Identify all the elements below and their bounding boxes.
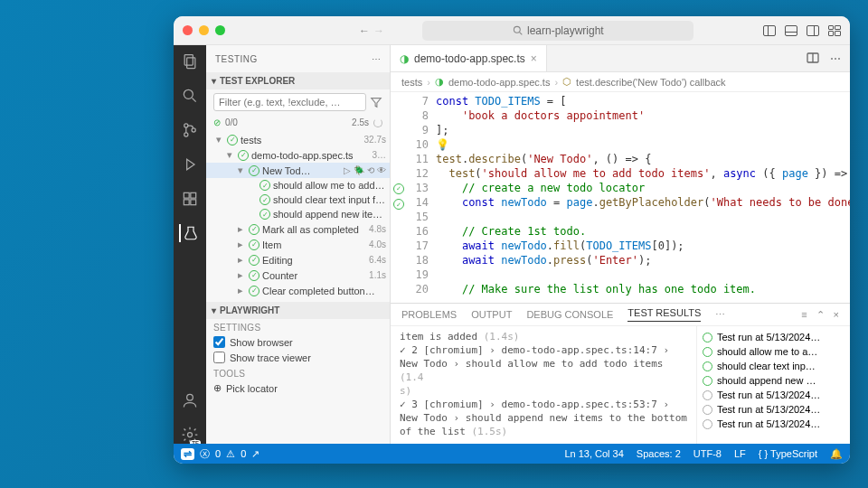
svg-point-15 [188, 433, 193, 437]
svg-point-4 [184, 89, 193, 99]
test-results-output[interactable]: item is added (1.4s) ✓ 2 [chromium] › de… [391, 326, 696, 444]
show-browser-checkbox[interactable]: Show browser [206, 334, 390, 350]
test-tree-item[interactable]: ▸Counter1.1s [206, 267, 390, 283]
notifications-icon[interactable]: 🔔 [830, 448, 843, 460]
svg-line-5 [193, 99, 196, 102]
run-icon: ▷ [344, 165, 351, 175]
filter-icon[interactable] [370, 96, 382, 108]
search-icon [513, 25, 523, 35]
test-tree-item[interactable]: should append new ite… [206, 207, 390, 221]
extensions-icon[interactable] [181, 190, 199, 208]
indentation[interactable]: Spaces: 2 [637, 448, 681, 459]
svg-point-14 [187, 394, 193, 400]
tab-demo-todo[interactable]: ◑ demo-todo-app.spec.ts × [391, 45, 547, 71]
test-run-item[interactable]: Test run at 5/13/2024… [697, 402, 850, 417]
close-window[interactable] [183, 25, 193, 35]
test-time: 2.5s [352, 117, 369, 127]
search-activity-icon[interactable] [181, 87, 199, 105]
svg-rect-12 [191, 200, 196, 205]
account-icon[interactable] [181, 391, 199, 409]
tools-label: TOOLS [206, 365, 390, 380]
tab-label: demo-todo-app.spec.ts [414, 52, 525, 65]
refresh-icon: ⟲ [367, 165, 374, 175]
playwright-header[interactable]: ▾PLAYWRIGHT [206, 302, 390, 319]
minimize-window[interactable] [199, 25, 209, 35]
test-tree-item[interactable]: should clear text input f… [206, 192, 390, 207]
code-editor[interactable]: 7891011121314151617181920 const TODO_ITE… [391, 92, 850, 303]
tab-test-results[interactable]: TEST RESULTS [627, 307, 701, 322]
test-tree-item[interactable]: ▾demo-todo-app.spec.ts3… [206, 147, 390, 163]
test-tree: ▾tests32.7s▾demo-todo-app.spec.ts3…▾New … [206, 130, 390, 300]
test-tree-item[interactable]: should allow me to add to… [206, 178, 390, 192]
svg-rect-13 [191, 192, 196, 198]
error-icon[interactable]: ⓧ [200, 447, 210, 461]
settings-gear-icon[interactable]: TE [181, 426, 199, 444]
debug-test-icon: 🪲 [354, 165, 364, 175]
breadcrumb[interactable]: tests› ◑demo-todo-app.spec.ts› ⬡test.des… [391, 72, 850, 92]
test-run-item[interactable]: should append new … [697, 373, 850, 388]
nav-back-icon[interactable]: ← [359, 24, 370, 37]
svg-point-0 [514, 26, 520, 33]
toggle-secondary-icon[interactable] [807, 25, 819, 36]
search-text: learn-playwright [527, 24, 604, 37]
command-center[interactable]: learn-playwright [422, 21, 693, 41]
split-editor-icon[interactable] [807, 52, 819, 65]
testing-sidebar: TESTING ⋯ ▾TEST EXPLORER ⊘0/0 2.5s ▾test… [206, 45, 391, 444]
scm-icon[interactable] [181, 121, 199, 139]
encoding[interactable]: UTF-8 [693, 448, 722, 459]
zoom-window[interactable] [215, 25, 225, 35]
sidebar-title: TESTING [215, 54, 258, 64]
pick-locator[interactable]: ⊕Pick locator [206, 380, 390, 396]
testing-icon[interactable] [179, 224, 199, 242]
test-tree-item[interactable]: ▸Clear completed button… [206, 283, 390, 298]
svg-line-1 [520, 33, 523, 35]
list-icon[interactable]: ≡ [801, 309, 807, 321]
more-icon[interactable]: ⋯ [372, 54, 382, 64]
close-panel-icon[interactable]: × [834, 309, 839, 321]
test-tree-item[interactable]: ▾tests32.7s [206, 132, 390, 147]
test-run-item[interactable]: Test run at 5/13/2024… [697, 388, 850, 402]
debug-icon[interactable] [181, 155, 199, 174]
collapse-icon[interactable]: ⌃ [816, 309, 825, 321]
ports-icon[interactable]: ↗ [251, 448, 259, 460]
remote-icon[interactable]: ⇌ [181, 448, 194, 460]
svg-rect-10 [184, 192, 189, 198]
toggle-sidebar-icon[interactable] [763, 25, 776, 36]
filter-input[interactable] [213, 93, 366, 111]
explorer-icon[interactable] [181, 52, 199, 70]
show-trace-checkbox[interactable]: Show trace viewer [206, 350, 390, 365]
svg-rect-11 [184, 200, 189, 205]
test-tree-item[interactable]: ▸Item4.0s [206, 237, 390, 252]
test-run-item[interactable]: Test run at 5/13/2024… [697, 417, 850, 431]
tab-output[interactable]: OUTPUT [471, 309, 512, 320]
svg-point-6 [184, 124, 188, 127]
warning-icon[interactable]: ⚠ [226, 448, 235, 460]
test-run-item[interactable]: should allow me to a… [697, 344, 850, 359]
tab-debug-console[interactable]: DEBUG CONSOLE [526, 309, 613, 320]
vscode-window: ← → learn-playwright TE [174, 16, 850, 464]
language-mode[interactable]: { } TypeScript [759, 448, 817, 459]
panel-more-icon[interactable]: ⋯ [715, 309, 725, 321]
editor-area: ◑ demo-todo-app.spec.ts × ⋯ tests› ◑demo… [391, 45, 850, 444]
test-explorer-header[interactable]: ▾TEST EXPLORER [206, 72, 390, 89]
panel-tabs: PROBLEMS OUTPUT DEBUG CONSOLE TEST RESUL… [391, 304, 850, 326]
svg-point-7 [184, 133, 188, 136]
spinner-icon [373, 118, 382, 127]
toggle-panel-icon[interactable] [785, 25, 797, 36]
svg-marker-9 [187, 159, 194, 170]
test-run-item[interactable]: should clear text inp… [697, 359, 850, 373]
settings-label: SETTINGS [206, 319, 390, 334]
cursor-position[interactable]: Ln 13, Col 34 [564, 448, 623, 459]
eol[interactable]: LF [734, 448, 746, 459]
test-counter: 0/0 [225, 117, 238, 127]
test-tree-item[interactable]: ▾New Tod…▷🪲⟲👁 [206, 163, 390, 178]
layout-grid-icon[interactable] [828, 25, 841, 36]
close-tab-icon[interactable]: × [531, 52, 537, 65]
test-tree-item[interactable]: ▸Mark all as completed4.8s [206, 221, 390, 237]
test-tree-item[interactable]: ▸Editing6.4s [206, 252, 390, 267]
more-actions-icon[interactable]: ⋯ [830, 52, 841, 65]
tab-problems[interactable]: PROBLEMS [401, 309, 457, 320]
test-run-item[interactable]: Test run at 5/13/2024… [697, 330, 850, 344]
activity-bar: TE [174, 45, 206, 444]
nav-forward-icon[interactable]: → [373, 24, 384, 37]
